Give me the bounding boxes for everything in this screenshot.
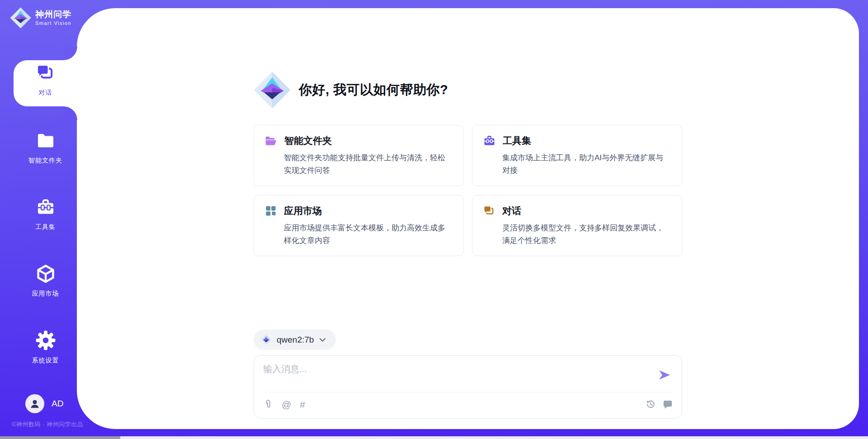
card-description: 灵活切换多模型文件，支持多样回复效果调试，满足个性化需求: [502, 222, 670, 247]
send-icon[interactable]: [658, 368, 671, 382]
card-toolset[interactable]: 工具集 集成市场上主流工具，助力AI与外界无缝扩展与对接: [472, 125, 682, 186]
card-head: 应用市场: [265, 205, 453, 217]
model-name: qwen2:7b: [277, 335, 314, 345]
card-app-market[interactable]: 应用市场 应用市场提供丰富长文本模板，助力高效生成多样化文章内容: [254, 195, 464, 256]
active-tab-fillet-bottom: [64, 106, 77, 120]
diamond-logo-icon: [10, 7, 31, 29]
user-profile[interactable]: AD: [25, 394, 63, 413]
main-panel: 你好, 我可以如何帮助你? 智能文件夹 智能文件夹功能支持批量文件上传与清洗，轻…: [77, 8, 859, 429]
mention-icon[interactable]: @: [282, 400, 291, 409]
sidebar-item-chat[interactable]: 对话: [14, 63, 77, 97]
sidebar-item-label: 工具集: [14, 223, 77, 231]
card-title: 工具集: [503, 134, 531, 147]
card-title: 智能文件夹: [284, 134, 332, 147]
copyright-text: ©神州数码 · 神州问学出品: [12, 420, 83, 429]
card-chat[interactable]: 对话 灵活切换多模型文件，支持多样回复效果调试，满足个性化需求: [472, 195, 682, 256]
folder-open-icon: [265, 135, 277, 147]
app-subtitle: Smart Vision: [35, 20, 71, 26]
topic-icon[interactable]: #: [300, 400, 305, 409]
greeting: 你好, 我可以如何帮助你?: [254, 72, 682, 109]
card-title: 对话: [502, 205, 521, 217]
greeting-title: 你好, 我可以如何帮助你?: [299, 81, 448, 99]
user-initials: AD: [52, 399, 63, 409]
active-tab-fillet-top: [64, 47, 77, 60]
sidebar-item-label: 智能文件夹: [14, 157, 77, 165]
scrollbar-thumb[interactable]: [0, 436, 120, 439]
chevron-down-icon: [319, 338, 326, 342]
diamond-logo-icon: [254, 72, 291, 109]
app-logo: 神州问学 Smart Vision: [10, 7, 71, 29]
toolbox-icon: [483, 135, 495, 147]
app-name: 神州问学: [35, 10, 71, 19]
sidebar-item-smart-folder[interactable]: 智能文件夹: [14, 131, 77, 165]
toolbox-icon: [14, 198, 77, 217]
cube-icon: [14, 264, 77, 283]
main-content: 你好, 我可以如何帮助你? 智能文件夹 智能文件夹功能支持批量文件上传与清洗，轻…: [254, 8, 682, 419]
person-icon: [28, 397, 41, 410]
composer-divider: [262, 392, 674, 392]
message-input[interactable]: [263, 363, 652, 389]
model-selector[interactable]: qwen2:7b: [254, 329, 336, 350]
composer-tools-left: @ #: [263, 399, 305, 409]
gear-icon: [14, 330, 77, 350]
message-composer: @ #: [254, 355, 682, 419]
card-title: 应用市场: [284, 205, 322, 217]
sidebar-item-settings[interactable]: 系统设置: [14, 330, 77, 365]
sidebar-item-label: 系统设置: [14, 357, 77, 365]
card-head: 对话: [483, 205, 671, 217]
history-icon[interactable]: [646, 399, 656, 409]
sidebar-item-toolset[interactable]: 工具集: [14, 198, 77, 231]
chat-icon: [14, 63, 77, 82]
diamond-logo-icon: [261, 334, 271, 345]
avatar: [25, 394, 44, 413]
feature-cards: 智能文件夹 智能文件夹功能支持批量文件上传与清洗，轻松实现文件问答 工具集 集成…: [254, 125, 682, 256]
card-smart-folder[interactable]: 智能文件夹 智能文件夹功能支持批量文件上传与清洗，轻松实现文件问答: [254, 125, 464, 186]
app-logo-text: 神州问学 Smart Vision: [35, 10, 71, 26]
sidebar-item-label: 对话: [14, 89, 77, 97]
grid-icon: [265, 205, 277, 217]
horizontal-scrollbar[interactable]: [0, 436, 868, 439]
sidebar-item-app-market[interactable]: 应用市场: [14, 264, 77, 298]
card-head: 工具集: [483, 134, 671, 147]
composer-tools-right: [646, 399, 673, 409]
card-description: 集成市场上主流工具，助力AI与外界无缝扩展与对接: [502, 152, 670, 177]
folder-icon: [14, 131, 77, 150]
card-description: 应用市场提供丰富长文本模板，助力高效生成多样化文章内容: [284, 222, 452, 247]
card-description: 智能文件夹功能支持批量文件上传与清洗，轻松实现文件问答: [284, 152, 452, 177]
card-head: 智能文件夹: [265, 134, 453, 147]
chat-icon: [483, 205, 495, 217]
paperclip-icon[interactable]: [263, 399, 273, 409]
sidebar-item-label: 应用市场: [14, 290, 77, 298]
feedback-icon[interactable]: [663, 399, 673, 409]
